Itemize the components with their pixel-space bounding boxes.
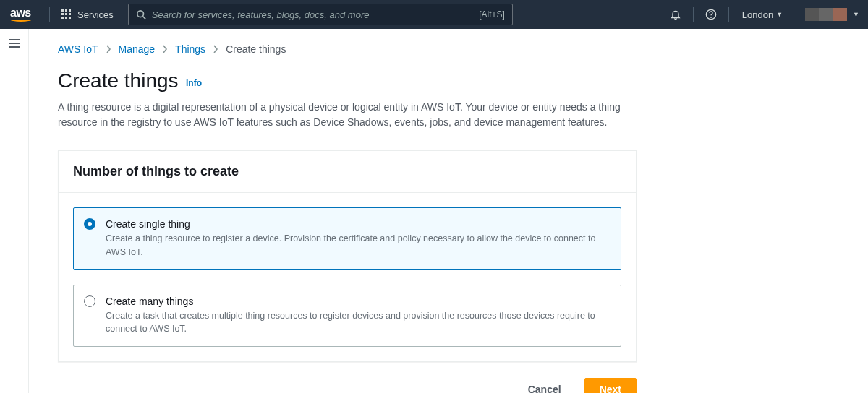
- top-nav: aws Services [Alt+S] London ▼ ▼: [0, 0, 868, 29]
- main-content: AWS IoT Manage Things Create things Crea…: [29, 29, 868, 393]
- option-many-things[interactable]: Create many things Create a task that cr…: [73, 285, 621, 347]
- breadcrumb: AWS IoT Manage Things Create things: [58, 43, 839, 55]
- search-input[interactable]: [152, 9, 473, 20]
- chevron-right-icon: [213, 45, 218, 53]
- divider: [693, 7, 694, 22]
- help-icon: [705, 9, 717, 20]
- svg-line-1: [142, 17, 145, 20]
- info-link[interactable]: Info: [186, 78, 202, 88]
- breadcrumb-link[interactable]: AWS IoT: [58, 43, 98, 55]
- option-title: Create single thing: [106, 218, 609, 230]
- breadcrumb-current: Create things: [226, 43, 286, 55]
- services-label: Services: [77, 9, 114, 20]
- breadcrumb-link[interactable]: Things: [175, 43, 205, 55]
- divider: [796, 7, 796, 22]
- chevron-right-icon: [162, 45, 168, 53]
- search-shortcut: [Alt+S]: [479, 9, 505, 20]
- global-search[interactable]: [Alt+S]: [128, 4, 513, 25]
- option-description: Create a thing resource to register a de…: [106, 232, 609, 259]
- page-title: Create things: [58, 69, 179, 92]
- services-menu[interactable]: Services: [54, 9, 121, 20]
- radio-icon: [84, 295, 95, 307]
- panel-header: Number of things to create: [59, 151, 636, 193]
- cancel-button[interactable]: Cancel: [514, 378, 576, 393]
- options-panel: Number of things to create Create single…: [58, 150, 637, 362]
- action-bar: Cancel Next: [58, 378, 637, 393]
- next-button[interactable]: Next: [584, 378, 637, 393]
- radio-icon: [84, 218, 95, 230]
- svg-point-3: [710, 17, 711, 18]
- svg-point-0: [137, 11, 144, 17]
- page-description: A thing resource is a digital representa…: [58, 100, 651, 130]
- region-selector[interactable]: London ▼: [733, 9, 791, 20]
- option-description: Create a task that creates multiple thin…: [106, 309, 609, 337]
- account-indicator[interactable]: [805, 8, 847, 21]
- divider: [728, 7, 729, 22]
- expand-sidebar-button[interactable]: [9, 39, 20, 48]
- option-single-thing[interactable]: Create single thing Create a thing resou…: [73, 207, 621, 270]
- bell-icon: [670, 9, 681, 20]
- chevron-right-icon: [106, 45, 111, 53]
- grid-icon: [61, 9, 72, 20]
- collapsed-sidebar: [0, 29, 29, 393]
- panel-heading: Number of things to create: [73, 164, 621, 179]
- aws-logo[interactable]: aws: [10, 7, 35, 22]
- option-title: Create many things: [106, 295, 609, 307]
- notifications-button[interactable]: [663, 9, 689, 20]
- help-button[interactable]: [698, 9, 724, 20]
- account-menu[interactable]: ▼: [851, 11, 868, 18]
- region-label: London: [742, 9, 773, 20]
- divider: [49, 7, 50, 22]
- search-icon: [136, 9, 146, 20]
- breadcrumb-link[interactable]: Manage: [119, 43, 156, 55]
- caret-down-icon: ▼: [776, 11, 783, 18]
